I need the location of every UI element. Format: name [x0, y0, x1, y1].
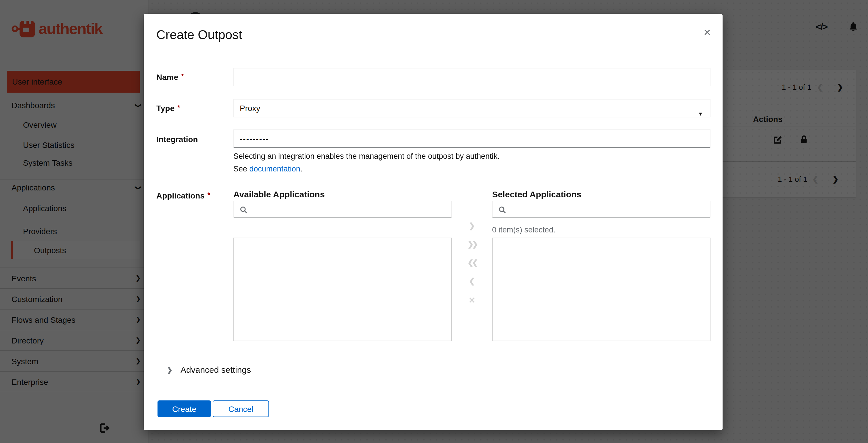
- move-all-right-icon[interactable]: ❯❯: [458, 240, 486, 248]
- chevron-right-icon[interactable]: ❯: [167, 366, 173, 374]
- search-icon: [498, 206, 506, 214]
- clear-selection-icon[interactable]: ✕: [458, 296, 486, 304]
- documentation-link[interactable]: documentation: [249, 165, 300, 173]
- selected-count-status: 0 item(s) selected.: [492, 226, 556, 234]
- create-outpost-modal: Create Outpost ✕ Name* Type* Proxy ▼ Int…: [144, 14, 722, 430]
- selected-applications-header: Selected Applications: [492, 189, 582, 199]
- available-search-input[interactable]: [251, 202, 447, 217]
- integration-label: Integration: [156, 135, 198, 144]
- integration-select[interactable]: ---------: [234, 129, 711, 148]
- name-label: Name*: [156, 72, 184, 82]
- available-applications-list[interactable]: [234, 238, 452, 341]
- applications-label: Applications*: [156, 191, 210, 200]
- caret-down-icon: ▼: [698, 105, 703, 122]
- modal-title: Create Outpost: [156, 28, 242, 42]
- integration-doc-help: See documentation.: [234, 165, 302, 173]
- cancel-button[interactable]: Cancel: [213, 401, 269, 417]
- advanced-settings-toggle[interactable]: Advanced settings: [181, 365, 251, 375]
- type-label: Type*: [156, 104, 180, 113]
- required-marker: *: [177, 104, 180, 112]
- available-applications-header: Available Applications: [234, 189, 325, 199]
- move-selected-left-icon[interactable]: ❮: [458, 277, 486, 285]
- move-all-left-icon[interactable]: ❮❮: [458, 259, 486, 266]
- move-selected-right-icon[interactable]: ❯: [458, 222, 486, 230]
- screen: authentik User interface Dashboards ❯ Ov…: [0, 0, 868, 443]
- required-marker: *: [208, 191, 210, 199]
- selected-applications-list[interactable]: [492, 238, 711, 341]
- available-search: [234, 201, 452, 218]
- selected-search: [492, 201, 711, 218]
- search-icon: [240, 206, 248, 214]
- name-field[interactable]: [234, 68, 711, 86]
- integration-help-text: Selecting an integration enables the man…: [234, 152, 499, 160]
- create-button[interactable]: Create: [157, 401, 211, 417]
- type-select[interactable]: Proxy ▼: [234, 99, 711, 117]
- required-marker: *: [181, 72, 184, 81]
- close-icon[interactable]: ✕: [703, 28, 711, 37]
- selected-search-input[interactable]: [510, 202, 705, 217]
